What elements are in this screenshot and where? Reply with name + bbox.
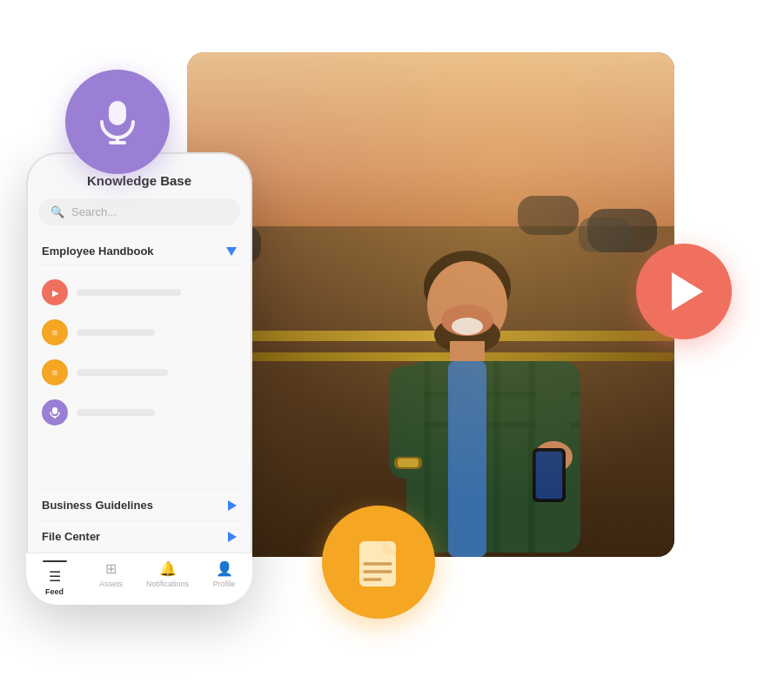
other-sections: Business Guidelines File Center: [38, 489, 240, 553]
nav-feed[interactable]: ☰ Feed: [26, 560, 83, 596]
chevron-right-icon-2: [228, 532, 237, 542]
notifications-icon: 🔔: [159, 560, 177, 577]
phone-content: Knowledge Base 🔍 Search... Employee Hand…: [26, 152, 252, 553]
mic-icon-tiny: [49, 406, 61, 419]
audio-icon-badge: [42, 399, 68, 426]
nav-notifications[interactable]: 🔔 Notifications: [139, 560, 196, 596]
business-guidelines-header[interactable]: Business Guidelines: [38, 490, 240, 521]
employee-handbook-title: Employee Handbook: [42, 245, 154, 258]
item-text-bar: [77, 409, 155, 416]
doc-icon-badge-2: ≡: [42, 359, 68, 385]
svg-rect-0: [109, 101, 126, 125]
nav-assets[interactable]: ⊞ Assets: [83, 560, 139, 596]
play-bubble[interactable]: [636, 244, 732, 339]
bottom-nav: ☰ Feed ⊞ Assets 🔔 Notifications 👤 Profil…: [26, 553, 252, 605]
svg-rect-29: [52, 407, 57, 414]
light-overlay: [187, 52, 674, 557]
profile-icon: 👤: [216, 560, 233, 577]
item-text-bar: [77, 369, 168, 376]
doc-bubble: [322, 506, 435, 619]
doc-icon: [351, 534, 407, 591]
item-text-bar: [77, 329, 155, 336]
profile-label: Profile: [213, 580, 236, 588]
item-text-bar: [77, 289, 181, 296]
list-item[interactable]: ≡: [38, 352, 240, 392]
doc-icon-small-2: ≡: [52, 367, 57, 378]
play-icon: [672, 272, 703, 311]
doc-icon-small-1: ≡: [52, 327, 57, 338]
feed-icon: ☰: [49, 568, 61, 585]
active-indicator: [43, 560, 67, 562]
search-placeholder: Search...: [71, 205, 117, 218]
assets-label: Assets: [99, 580, 123, 588]
feed-label: Feed: [45, 587, 64, 596]
business-guidelines-title: Business Guidelines: [42, 499, 153, 512]
handbook-items: ▶ ≡ ≡: [38, 265, 240, 489]
file-center-header[interactable]: File Center: [38, 521, 240, 553]
mic-icon: [93, 97, 142, 146]
background-photo: [187, 52, 674, 557]
list-item[interactable]: ▶: [38, 272, 240, 312]
employee-handbook-header[interactable]: Employee Handbook: [38, 238, 240, 265]
phone-header: Knowledge Base: [38, 166, 240, 188]
search-icon: 🔍: [50, 205, 64, 218]
notifications-label: Notifications: [146, 580, 189, 588]
list-item[interactable]: [38, 392, 240, 432]
chevron-down-icon: [226, 247, 237, 256]
search-bar[interactable]: 🔍 Search...: [38, 198, 240, 225]
phone-mockup: Knowledge Base 🔍 Search... Employee Hand…: [26, 152, 252, 605]
assets-icon: ⊞: [105, 560, 117, 577]
play-icon-small: ▶: [52, 288, 59, 298]
video-icon-badge: ▶: [42, 279, 68, 305]
file-center-title: File Center: [42, 530, 100, 543]
doc-icon-badge-1: ≡: [42, 319, 68, 345]
chevron-right-icon-1: [228, 500, 237, 511]
list-item[interactable]: ≡: [38, 312, 240, 352]
nav-profile[interactable]: 👤 Profile: [196, 560, 252, 596]
mic-bubble: [65, 70, 170, 174]
